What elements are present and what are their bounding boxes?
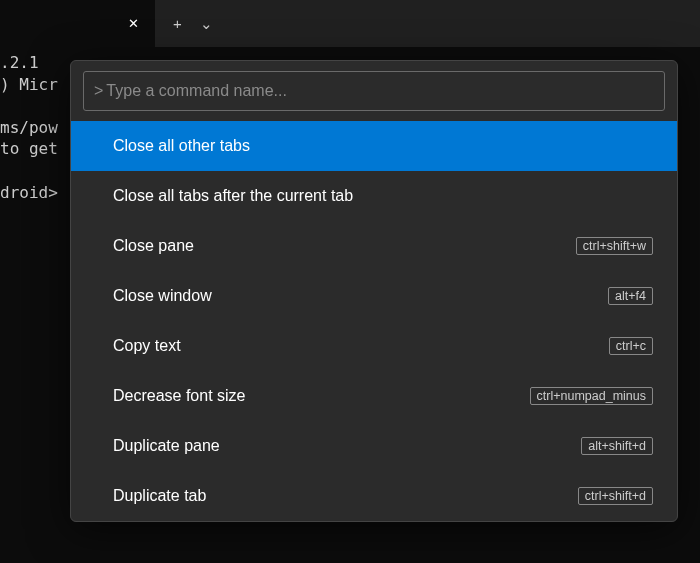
command-item[interactable]: Copy textctrl+c [71, 321, 677, 371]
command-item[interactable]: Close all tabs after the current tab [71, 171, 677, 221]
shortcut-badge: alt+f4 [608, 287, 653, 305]
close-tab-icon[interactable]: ✕ [123, 14, 143, 34]
command-label: Close window [113, 287, 212, 305]
command-label: Close all tabs after the current tab [113, 187, 353, 205]
shortcut-badge: alt+shift+d [581, 437, 653, 455]
new-tab-icon[interactable]: + [173, 15, 182, 32]
titlebar: ✕ + ⌄ [0, 0, 700, 48]
tab-controls: + ⌄ [155, 15, 213, 33]
command-label: Close all other tabs [113, 137, 250, 155]
command-label: Close pane [113, 237, 194, 255]
shortcut-badge: ctrl+numpad_minus [530, 387, 653, 405]
command-label: Copy text [113, 337, 181, 355]
shortcut-badge: ctrl+shift+d [578, 487, 653, 505]
search-prefix: > [94, 82, 103, 100]
tab-dropdown-icon[interactable]: ⌄ [200, 15, 213, 33]
shortcut-badge: ctrl+shift+w [576, 237, 653, 255]
command-item[interactable]: Close windowalt+f4 [71, 271, 677, 321]
command-item[interactable]: Duplicate tabctrl+shift+d [71, 471, 677, 521]
command-label: Duplicate pane [113, 437, 220, 455]
command-item[interactable]: Duplicate panealt+shift+d [71, 421, 677, 471]
command-palette: > Type a command name... Close all other… [70, 60, 678, 522]
active-tab[interactable]: ✕ [0, 0, 155, 48]
search-placeholder: Type a command name... [106, 82, 287, 100]
command-list: Close all other tabsClose all tabs after… [71, 121, 677, 521]
command-item[interactable]: Close panectrl+shift+w [71, 221, 677, 271]
command-item[interactable]: Decrease font sizectrl+numpad_minus [71, 371, 677, 421]
shortcut-badge: ctrl+c [609, 337, 653, 355]
command-label: Duplicate tab [113, 487, 206, 505]
search-wrapper: > Type a command name... [71, 61, 677, 121]
command-label: Decrease font size [113, 387, 246, 405]
command-search-input[interactable]: > Type a command name... [83, 71, 665, 111]
command-item[interactable]: Close all other tabs [71, 121, 677, 171]
